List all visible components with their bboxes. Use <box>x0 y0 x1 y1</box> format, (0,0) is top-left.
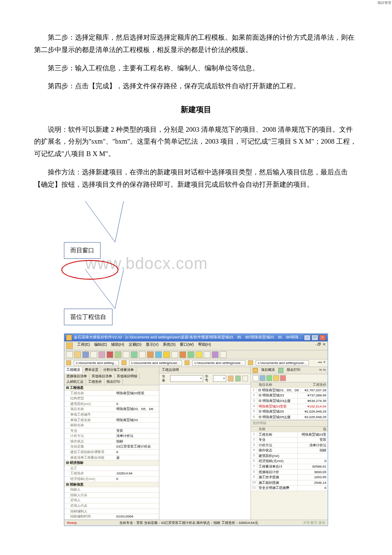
prop-row[interactable]: 咨询人 <box>64 498 159 503</box>
toolbar-icon-4[interactable] <box>90 351 97 358</box>
menu-edit[interactable]: 编辑(E) <box>94 342 107 349</box>
font-family-combo[interactable]: ▾ <box>170 375 204 382</box>
project-tree-grid[interactable]: 项目名称工程造价1⊟ 明珠商贸城D3、D5、D6¥2,767,037.282⊟ … <box>251 382 328 420</box>
prop-row[interactable]: 单项工程名称明珠商贸城D3 <box>64 418 159 423</box>
right-tab-more-icon[interactable]: ⇆ ⇆ <box>319 368 326 373</box>
toolbar-icon-16[interactable] <box>187 351 194 358</box>
font-color-icon[interactable] <box>228 376 233 382</box>
doc-tab-4[interactable]: c:\documents and settings\use... <box>256 360 309 366</box>
detail-row[interactable]: 8措施项目计价3600.09 <box>251 470 328 475</box>
doc-tab-1[interactable]: c:\documents and setting... <box>74 360 119 366</box>
toolbar-icon-17[interactable] <box>196 351 202 358</box>
prop-row[interactable]: 专业安装 <box>64 428 159 434</box>
mini-open-icon[interactable] <box>259 375 265 381</box>
toolbar-icon-19[interactable] <box>212 351 219 358</box>
cost-detail-grid[interactable]: 名称值1工程名称明珠商贸城D3安2专业安装3计价方法清单计价法4操作状态招标5建… <box>251 427 328 491</box>
detail-row[interactable]: 3计价方法清单计价法 <box>251 443 328 448</box>
prop-row[interactable]: 修改清单工程量自动组是 <box>64 455 159 461</box>
menu-window[interactable]: 窗口(W) <box>180 342 194 349</box>
prop-row[interactable]: 招标编制时间01/01/2004 <box>64 514 159 520</box>
project-row[interactable]: 2⊟ 明珠商贸城D3¥737,088.99 <box>251 393 328 399</box>
prop-group-header[interactable]: ⊟ 工程信息 <box>64 385 159 391</box>
prop-row[interactable]: 计价方法清单计价法 <box>64 434 159 439</box>
doc-tab-3[interactable]: c:\documents and settings\use... <box>192 360 245 366</box>
prop-group-header[interactable]: ⊟ 招标信息 <box>64 482 159 488</box>
toolbar-icon-18[interactable] <box>204 351 210 358</box>
toolbar-icon-5[interactable] <box>98 351 105 358</box>
mini-save-icon[interactable] <box>266 375 272 381</box>
detail-row[interactable]: 2专业安装 <box>251 437 328 443</box>
nav-tab-other-detail[interactable]: 其他项目明细 <box>115 373 140 379</box>
prop-row[interactable]: 咨询人代表 <box>64 503 159 509</box>
right-tab-overview[interactable]: 项目概况 <box>261 368 275 373</box>
detail-row[interactable]: 11安全文明施工措施费0 <box>251 486 328 491</box>
app-menu-icon[interactable] <box>66 342 73 349</box>
nav-tab-other-list[interactable]: 其他项目清单 <box>89 373 115 379</box>
prop-row[interactable]: 建筑面积(m2)0 <box>64 402 159 407</box>
detail-row[interactable]: 10施工组织措施2546.14 <box>251 480 328 486</box>
nav-tab-measure-list[interactable]: 措施项目清单 <box>64 373 89 379</box>
nav-tab-overview[interactable]: 工程概况 <box>64 367 83 373</box>
menu-help[interactable]: 帮助(H) <box>198 342 211 349</box>
font-size-combo[interactable]: ▾ <box>213 375 226 382</box>
detail-row[interactable]: 7工程量清单合计92586.61 <box>251 464 328 470</box>
project-row[interactable]: 5⊟ 明珠商贸城D5¥2,029,948.29 <box>251 409 328 415</box>
toolbar-icon-7[interactable] <box>115 351 121 358</box>
mini-refresh-icon[interactable] <box>273 375 279 381</box>
menu-view[interactable]: 显示(V) <box>146 342 159 349</box>
prop-row[interactable]: 招标人代表 <box>64 493 159 498</box>
toolbar-icon-10[interactable] <box>139 351 146 358</box>
prop-row[interactable]: 标段名称 <box>64 423 159 428</box>
toolbar-icon-8[interactable] <box>123 351 130 358</box>
font-tool-icon[interactable] <box>235 376 241 382</box>
project-row[interactable]: 1⊟ 明珠商贸城D3、D5、D6¥2,767,037.28 <box>251 388 328 393</box>
prop-row[interactable]: 单项工程编号 <box>64 412 159 418</box>
mdi-close-label[interactable]: - 🗗 ✕ <box>315 342 326 349</box>
menu-project[interactable]: 工程(E) <box>77 342 90 349</box>
toolbar-icon-6[interactable] <box>107 351 113 358</box>
detail-row[interactable]: 9施工技术措施1053.95 <box>251 475 328 480</box>
prop-row[interactable]: 工程造价102814.64 <box>64 471 159 477</box>
project-row[interactable]: 6⊟ 明珠商贸城D5土建¥2,029,948.29 <box>251 415 328 420</box>
maximize-button[interactable]: □ <box>311 335 318 341</box>
toolbar-icon-14[interactable] <box>171 351 178 358</box>
toolbar-icon-12[interactable] <box>155 351 162 358</box>
toolbar-open-icon[interactable] <box>74 351 81 358</box>
prop-row[interactable]: 招标编制人 <box>64 509 159 515</box>
prop-row[interactable]: 经济指标(元/m2)0 <box>64 477 159 482</box>
mini-delete-icon[interactable] <box>280 375 286 381</box>
menu-assist[interactable]: 辅助(H) <box>111 342 124 349</box>
nav-tab-report[interactable]: 报表打印 <box>104 379 123 385</box>
project-row[interactable]: 3⊟ 明珠商贸城D3土建¥634,274.35 <box>251 399 328 404</box>
menu-system[interactable]: 系统(S) <box>163 342 176 349</box>
nav-tab-rates[interactable]: 费率设置 <box>83 367 101 373</box>
close-button[interactable]: × <box>319 335 326 341</box>
prop-row[interactable]: 工程名称明珠商贸城D3安装 <box>64 391 159 396</box>
detail-row[interactable]: 5建筑面积(m2) <box>251 454 328 459</box>
mini-new-icon[interactable] <box>253 375 259 381</box>
prop-row[interactable]: 项目名称明珠商贸城D3、D5、D6 <box>64 407 159 412</box>
font-tool-icon-2[interactable] <box>242 376 248 382</box>
doc-tab-2[interactable]: c:\documents and settings\use... <box>129 360 182 366</box>
project-row[interactable]: 4明珠商贸城D3安装¥102,814.64 <box>251 404 328 410</box>
prop-row[interactable]: 总工 <box>64 466 159 471</box>
prop-row[interactable]: 结构类型 <box>64 396 159 402</box>
detail-row[interactable]: 1工程名称明珠商贸城D3安 <box>251 432 328 438</box>
prop-row[interactable]: 建设工程招标价调整系0 <box>64 450 159 455</box>
prop-group-header[interactable]: ⊟ 经济指标 <box>64 460 159 466</box>
doc-tab-scroll[interactable]: ◂ ▸ ✕ <box>318 360 326 366</box>
toolbar-icon-11[interactable] <box>147 351 154 358</box>
detail-row[interactable]: 4操作状态招标 <box>251 448 328 454</box>
nav-tab-total-cost[interactable]: 工程造价 <box>86 379 104 385</box>
nav-tab-quantity-list[interactable]: 分部分项工程量清单 <box>101 367 136 373</box>
prop-row[interactable]: 招标人 <box>64 487 159 493</box>
detail-row[interactable]: 6经济指标(元/m2)0 <box>251 459 328 464</box>
nav-tab-resource-summary[interactable]: 人材机汇总 <box>64 379 86 385</box>
toolbar-icon-15[interactable] <box>179 351 186 358</box>
menu-quota[interactable]: 定额(D) <box>129 342 142 349</box>
toolbar-icon-9[interactable] <box>131 351 138 358</box>
property-grid[interactable]: ⊟ 工程信息工程名称明珠商贸城D3安装结构类型建筑面积(m2)0项目名称明珠商贸… <box>64 385 159 520</box>
toolbar-new-icon[interactable] <box>66 351 73 358</box>
toolbar-star-icon[interactable] <box>163 351 170 358</box>
right-tab-report[interactable]: 报表打印 <box>287 368 300 373</box>
